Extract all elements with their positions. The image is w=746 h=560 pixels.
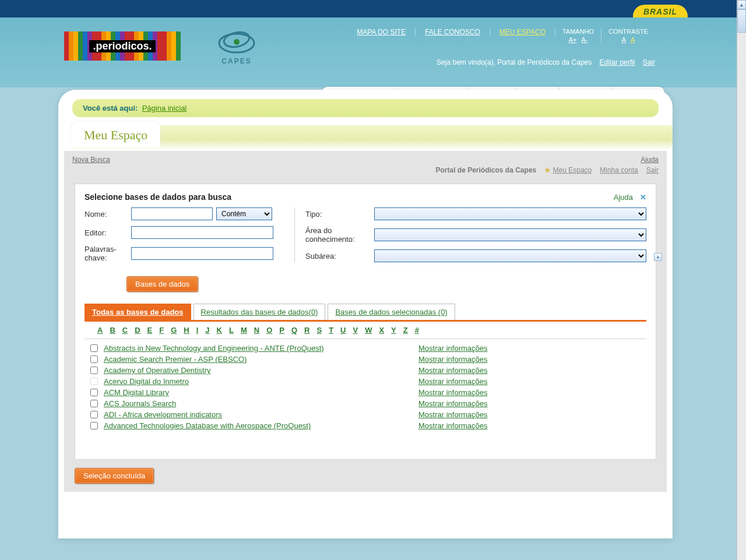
logo-periodicos[interactable]: .periodicos. xyxy=(64,31,181,61)
db-checkbox[interactable] xyxy=(90,367,98,374)
sair-workspace-link[interactable]: Sair xyxy=(646,166,659,174)
mostrar-info-link[interactable]: Mostrar informações xyxy=(418,344,487,353)
alpha-W[interactable]: W xyxy=(365,326,372,334)
search-panel: Selecione bases de dados para busca Ajud… xyxy=(75,184,656,460)
alpha-E[interactable]: E xyxy=(147,326,153,334)
alpha-Q[interactable]: Q xyxy=(291,326,297,334)
mostrar-info-link[interactable]: Mostrar informações xyxy=(418,388,487,397)
mostrar-info-link[interactable]: Mostrar informações xyxy=(418,355,487,364)
brasil-badge[interactable]: BRASIL xyxy=(633,5,688,19)
contraste-label: CONTRASTE xyxy=(608,28,648,35)
alpha-G[interactable]: G xyxy=(171,326,177,334)
mostrar-info-link[interactable]: Mostrar informações xyxy=(418,377,487,386)
tab-selecionadas[interactable]: Bases de dados selecionadas (0) xyxy=(328,304,455,320)
alpha-U[interactable]: U xyxy=(340,326,346,334)
db-checkbox[interactable] xyxy=(90,411,98,418)
nova-busca-link[interactable]: Nova Busca xyxy=(72,156,110,164)
close-icon[interactable]: ✕ xyxy=(640,193,646,202)
alpha-D[interactable]: D xyxy=(135,326,140,334)
contrast-a2[interactable]: A xyxy=(631,36,635,43)
alpha-H[interactable]: H xyxy=(184,326,189,334)
nav-mapa[interactable]: MAPA DO SITE xyxy=(357,28,406,36)
alpha-M[interactable]: M xyxy=(241,326,247,334)
mostrar-info-link[interactable]: Mostrar informações xyxy=(418,410,487,419)
contrast-a1[interactable]: A xyxy=(622,36,626,43)
db-name-link[interactable]: Acervo Digital do Inmetro xyxy=(104,377,418,386)
minha-conta-link[interactable]: Minha conta xyxy=(600,166,638,174)
panel-ajuda-link[interactable]: Ajuda xyxy=(614,193,633,202)
meu-espaco-link[interactable]: Meu Espaço xyxy=(553,166,592,174)
alpha-V[interactable]: V xyxy=(353,326,358,334)
breadcrumb-home-link[interactable]: Página inicial xyxy=(142,104,187,112)
scroll-thumb[interactable] xyxy=(737,9,746,33)
logo-capes[interactable]: CAPES xyxy=(216,27,258,65)
palavras-input[interactable] xyxy=(131,247,273,260)
sair-link[interactable]: Sair xyxy=(643,58,655,66)
db-checkbox[interactable] xyxy=(90,389,98,396)
utility-nav: MAPA DO SITE FALE CONOSCO MEU ESPAÇO TAM… xyxy=(347,28,655,43)
table-row: Academic Search Premier - ASP (EBSCO)Mos… xyxy=(87,354,646,365)
db-checkbox[interactable] xyxy=(90,422,98,429)
alpha-S[interactable]: S xyxy=(316,326,322,334)
db-name-link[interactable]: ACS Journals Search xyxy=(104,399,418,408)
inner-scroll-up-icon[interactable]: ▴ xyxy=(654,253,662,261)
table-row: ADI - Africa development indicatorsMostr… xyxy=(87,409,646,420)
mostrar-info-link[interactable]: Mostrar informações xyxy=(418,399,487,408)
result-tabs: Todas as bases de dados Resultados das b… xyxy=(85,304,646,320)
alpha-O[interactable]: O xyxy=(266,326,272,334)
alpha-Z[interactable]: Z xyxy=(403,326,408,334)
svg-point-2 xyxy=(234,39,240,45)
bases-de-dados-button[interactable]: Bases de dados xyxy=(126,276,198,292)
area-select[interactable] xyxy=(374,228,646,241)
tab-resultados[interactable]: Resultados das bases de dados(0) xyxy=(193,304,326,320)
font-increase[interactable]: A+ xyxy=(569,36,577,43)
editar-perfil-link[interactable]: Editar perfil xyxy=(600,58,635,66)
db-name-link[interactable]: ACM Digital Library xyxy=(104,388,418,397)
alpha-N[interactable]: N xyxy=(254,326,259,334)
tipo-select[interactable] xyxy=(374,207,646,220)
db-name-link[interactable]: ADI - Africa development indicators xyxy=(104,410,418,419)
page-scrollbar[interactable]: ▴ xyxy=(737,0,746,560)
alpha-P[interactable]: P xyxy=(279,326,284,334)
nav-fale[interactable]: FALE CONOSCO xyxy=(425,28,480,36)
alpha-I[interactable]: I xyxy=(196,326,199,334)
section-title: Meu Espaço xyxy=(71,122,160,147)
alpha-A[interactable]: A xyxy=(97,326,103,334)
alpha-L[interactable]: L xyxy=(229,326,234,334)
palavras-label: Palavras-chave: xyxy=(85,245,126,262)
nome-match-select[interactable]: Contém xyxy=(216,207,272,220)
nav-meu-espaco[interactable]: MEU ESPAÇO xyxy=(499,28,546,36)
mostrar-info-link[interactable]: Mostrar informações xyxy=(418,366,487,375)
alpha-Y[interactable]: Y xyxy=(391,326,396,334)
alpha-K[interactable]: K xyxy=(217,326,222,334)
db-checkbox[interactable] xyxy=(90,400,98,407)
database-list[interactable]: Abstracts in New Technology and Engineer… xyxy=(85,339,646,448)
db-checkbox[interactable] xyxy=(90,344,98,352)
alpha-B[interactable]: B xyxy=(110,326,115,334)
scroll-up-icon[interactable]: ▴ xyxy=(737,0,746,9)
table-row: ACM Digital LibraryMostrar informações xyxy=(87,387,646,398)
db-checkbox[interactable] xyxy=(90,378,98,385)
ajuda-link-top[interactable]: Ajuda xyxy=(641,156,659,164)
selecao-concluida-button[interactable]: Seleção concluída xyxy=(75,468,154,484)
alpha-#[interactable]: # xyxy=(415,326,419,334)
alpha-C[interactable]: C xyxy=(122,326,128,334)
mostrar-info-link[interactable]: Mostrar informações xyxy=(418,421,487,430)
nome-input[interactable] xyxy=(131,207,213,220)
content-card: Você está aqui: Página inicial Meu Espaç… xyxy=(58,90,673,538)
alpha-J[interactable]: J xyxy=(205,326,209,334)
alpha-T[interactable]: T xyxy=(329,326,333,334)
alpha-R[interactable]: R xyxy=(304,326,309,334)
db-name-link[interactable]: Advanced Technologies Database with Aero… xyxy=(104,421,418,430)
tab-todas[interactable]: Todas as bases de dados xyxy=(85,304,191,320)
subarea-select[interactable] xyxy=(374,249,646,262)
db-checkbox[interactable] xyxy=(90,355,98,363)
editor-input[interactable] xyxy=(131,226,273,239)
db-name-link[interactable]: Academic Search Premier - ASP (EBSCO) xyxy=(104,355,418,364)
panel-title: Selecione bases de dados para busca xyxy=(85,192,231,202)
db-name-link[interactable]: Academy of Operative Dentistry xyxy=(104,366,418,375)
font-decrease[interactable]: A- xyxy=(581,36,587,43)
db-name-link[interactable]: Abstracts in New Technology and Engineer… xyxy=(104,344,418,353)
alpha-X[interactable]: X xyxy=(379,326,384,334)
alpha-F[interactable]: F xyxy=(159,326,164,334)
